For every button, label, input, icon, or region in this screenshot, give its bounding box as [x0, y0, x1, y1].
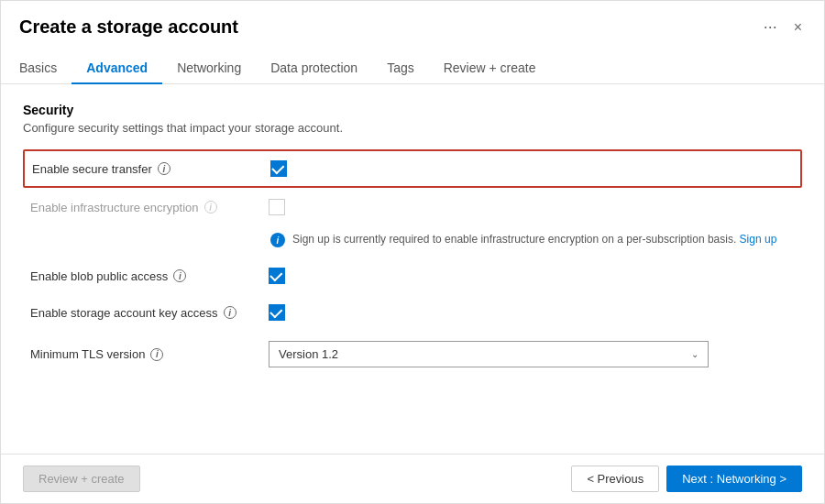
blob-public-access-info-icon[interactable]: i	[173, 269, 186, 282]
dialog-header: Create a storage account ··· ×	[1, 1, 824, 38]
secure-transfer-row: Enable secure transfer i	[23, 149, 802, 188]
review-create-button[interactable]: Review + create	[23, 466, 140, 492]
tls-version-info-icon[interactable]: i	[150, 348, 163, 361]
secure-transfer-info-icon[interactable]: i	[158, 162, 170, 175]
tab-networking[interactable]: Networking	[162, 53, 256, 84]
tab-basics[interactable]: Basics	[19, 53, 72, 84]
storage-account-key-access-row: Enable storage account key access i	[23, 295, 802, 330]
section-description: Configure security settings that impact …	[23, 121, 802, 135]
blob-public-access-label: Enable blob public access i	[30, 269, 269, 283]
infrastructure-encryption-checkbox[interactable]	[269, 199, 285, 215]
tab-advanced[interactable]: Advanced	[72, 53, 162, 84]
next-networking-button[interactable]: Next : Networking >	[666, 466, 802, 492]
footer: Review + create < Previous Next : Networ…	[1, 454, 824, 503]
tls-version-label: Minimum TLS version i	[30, 347, 269, 361]
section-title: Security	[23, 103, 802, 117]
create-storage-dialog: Create a storage account ··· × Basics Ad…	[0, 0, 825, 504]
blob-public-access-checkbox[interactable]	[269, 268, 285, 284]
info-circle-icon: i	[270, 233, 285, 247]
infrastructure-encryption-label: Enable infrastructure encryption i	[30, 201, 269, 214]
tab-tags[interactable]: Tags	[372, 53, 429, 84]
more-options-icon[interactable]: ···	[758, 16, 783, 38]
storage-account-key-access-checkbox[interactable]	[269, 304, 285, 321]
close-icon[interactable]: ×	[790, 16, 806, 38]
sign-up-link[interactable]: Sign up	[740, 233, 777, 246]
secure-transfer-checkbox[interactable]	[270, 160, 287, 177]
content-area: Security Configure security settings tha…	[1, 84, 824, 454]
previous-button[interactable]: < Previous	[571, 466, 659, 492]
infrastructure-info-row: i Sign up is currently required to enabl…	[23, 226, 802, 253]
infrastructure-encryption-row: Enable infrastructure encryption i	[23, 190, 802, 225]
tls-version-value: Version 1.2	[279, 347, 338, 361]
blob-public-access-row: Enable blob public access i	[23, 258, 802, 293]
secure-transfer-label: Enable secure transfer i	[32, 162, 270, 176]
storage-account-key-access-info-icon[interactable]: i	[224, 306, 236, 319]
tls-version-row: Minimum TLS version i Version 1.2 ⌄	[23, 332, 802, 377]
tab-bar: Basics Advanced Networking Data protecti…	[1, 42, 824, 84]
footer-nav: < Previous Next : Networking >	[571, 466, 802, 492]
tls-version-dropdown[interactable]: Version 1.2 ⌄	[269, 341, 709, 367]
infrastructure-info-text: Sign up is currently required to enable …	[292, 232, 776, 247]
dialog-title-actions: ··· ×	[758, 16, 806, 38]
tab-data-protection[interactable]: Data protection	[256, 53, 372, 84]
dialog-title: Create a storage account	[19, 16, 238, 38]
tab-review-create[interactable]: Review + create	[429, 53, 551, 84]
infrastructure-encryption-info-icon[interactable]: i	[204, 201, 217, 214]
chevron-down-icon: ⌄	[691, 349, 698, 359]
storage-account-key-access-label: Enable storage account key access i	[30, 306, 269, 320]
